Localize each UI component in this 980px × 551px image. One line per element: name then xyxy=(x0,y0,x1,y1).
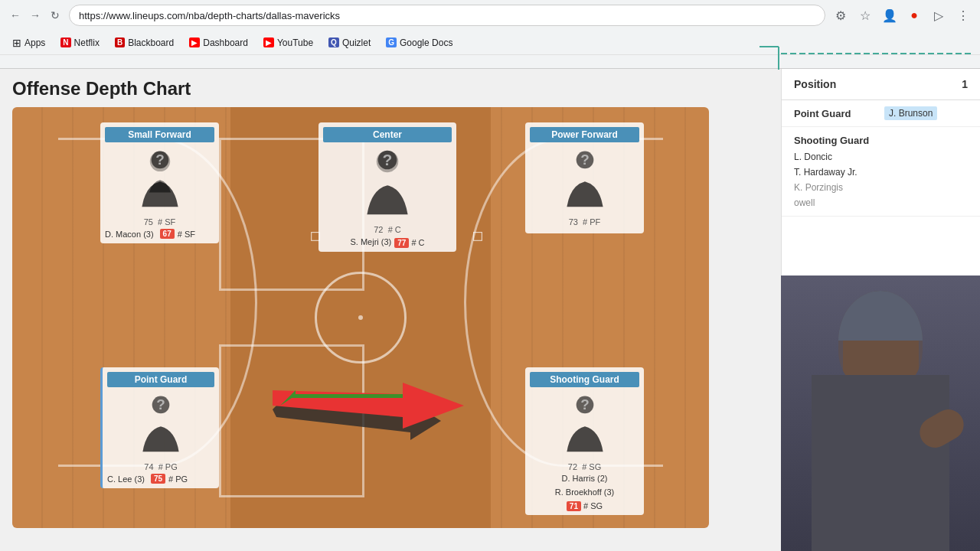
person-photo-area xyxy=(781,276,980,551)
back-button[interactable]: ← xyxy=(6,6,24,24)
menu-button[interactable]: ● xyxy=(903,5,925,26)
c-rank-label: # C xyxy=(411,238,424,247)
youtube-label: YouTube xyxy=(277,37,313,48)
sg-silhouette-svg: ? xyxy=(558,390,612,455)
sg-number-pos: 72 # SG xyxy=(530,462,639,471)
bookmark-button[interactable]: ☆ xyxy=(854,5,876,26)
sf-silhouette: ? xyxy=(129,145,191,214)
sg-player-name1: D. Harris (2) xyxy=(562,474,608,483)
pg-player-info: C. Lee (3) 75 # PG xyxy=(107,474,214,484)
netflix-icon: N xyxy=(60,37,70,47)
sg-position-label: Shooting Guard xyxy=(794,135,869,146)
sg-position-header: Shooting Guard xyxy=(530,372,639,387)
sg-player-porzingis[interactable]: K. Porzingis xyxy=(794,181,968,194)
svg-text:?: ? xyxy=(156,396,165,412)
sg-player-name2: R. Broekhoff (3) xyxy=(555,487,614,497)
apps-icon: ⊞ xyxy=(12,37,21,49)
sf-silhouette-svg: ? xyxy=(133,145,187,210)
person-bg xyxy=(781,276,980,551)
pg-player-name: C. Lee (3) xyxy=(107,474,145,484)
number-column-label: 1 xyxy=(881,78,969,90)
pg-position-header: Point Guard xyxy=(107,372,214,387)
sg-silhouette: ? xyxy=(554,390,616,459)
dashboard-bookmark[interactable]: ▶ Dashboard xyxy=(183,36,254,50)
dashboard-icon: ▶ xyxy=(189,37,200,47)
court-container: Small Forward ? 75 # SF D. Macon (3) 6 xyxy=(12,107,709,528)
small-forward-card: Small Forward ? 75 # SF D. Macon (3) 6 xyxy=(100,122,219,243)
shooting-guard-row: Shooting Guard L. Doncic T. Hardaway Jr.… xyxy=(782,127,980,217)
dashed-line-svg xyxy=(773,46,980,61)
url-text: https://www.lineups.com/nba/depth-charts… xyxy=(79,10,340,21)
more-button[interactable]: ⋮ xyxy=(952,5,974,26)
pg-rank-label: # PG xyxy=(168,474,188,484)
dashboard-label: Dashboard xyxy=(203,37,248,48)
svg-text:?: ? xyxy=(383,151,393,168)
pg-rank-badge: 75 xyxy=(151,474,165,484)
sf-number-pos: 75 # SF xyxy=(105,217,214,227)
netflix-bookmark[interactable]: N Netflix xyxy=(54,36,106,50)
browser-toolbar: ← → ↻ https://www.lineups.com/nba/depth-… xyxy=(0,0,980,31)
depth-chart-area: Offense Depth Chart Small Forward xyxy=(0,69,781,551)
pf-silhouette-svg: ? xyxy=(558,145,612,210)
svg-text:?: ? xyxy=(580,152,590,168)
c-rank-badge: 77 xyxy=(394,238,409,248)
c-number-pos: 72 # C xyxy=(323,225,452,234)
pf-silhouette: ? xyxy=(554,145,616,214)
point-guard-row: Point Guard J. Brunson xyxy=(782,100,980,127)
pf-position-header: Power Forward xyxy=(530,127,639,142)
sg-player-doncic[interactable]: L. Doncic xyxy=(794,150,968,164)
point-guard-card: Point Guard ? 74 # PG C. Lee (3) 75 # PG xyxy=(100,367,219,488)
google-docs-icon: G xyxy=(386,37,397,47)
profile-button[interactable]: 👤 xyxy=(879,5,900,26)
extensions-button[interactable]: ⚙ xyxy=(830,5,851,26)
youtube-icon: ▶ xyxy=(263,37,274,47)
pg-player-brunson[interactable]: J. Brunson xyxy=(884,106,937,120)
center-dot xyxy=(358,315,363,320)
blackboard-bookmark[interactable]: B Blackboard xyxy=(109,36,180,50)
quizlet-bookmark[interactable]: Q Quizlet xyxy=(322,36,377,50)
c-player-name: S. Mejri (3) xyxy=(350,237,391,246)
bottom-paint xyxy=(219,344,364,497)
pg-silhouette-svg: ? xyxy=(134,390,188,455)
quizlet-icon: Q xyxy=(328,37,339,47)
side-panel-header: Position 1 xyxy=(782,69,980,100)
sg-player-info: D. Harris (2) R. Broekhoff (3) 71 # SG xyxy=(530,474,639,510)
dashed-line-decoration xyxy=(773,46,980,61)
sf-player-name: D. Macon (3) xyxy=(105,230,154,239)
google-docs-label: Google Docs xyxy=(400,37,452,48)
blackboard-label: Blackboard xyxy=(128,37,174,48)
quizlet-label: Quizlet xyxy=(342,37,371,48)
refresh-button[interactable]: ↻ xyxy=(46,6,64,24)
c-silhouette-svg: ? xyxy=(357,145,418,218)
sf-rank-label: # SF xyxy=(178,230,195,239)
person-body xyxy=(812,375,949,551)
c-player-info: S. Mejri (3) 77 # C xyxy=(323,236,452,247)
sg-players-list: L. Doncic T. Hardaway Jr. K. Porzingis o… xyxy=(794,150,968,210)
pg-position-label: Point Guard xyxy=(794,108,878,119)
apps-bookmark[interactable]: ⊞ Apps xyxy=(6,35,51,51)
pg-players-list: J. Brunson xyxy=(884,106,937,120)
pg-number-pos: 74 # PG xyxy=(107,462,214,471)
sg-player-powell[interactable]: owell xyxy=(794,196,968,210)
c-position-header: Center xyxy=(323,127,452,142)
page-title: Offense Depth Chart xyxy=(12,78,769,99)
netflix-label: Netflix xyxy=(74,37,100,48)
sg-rank-label: # SG xyxy=(583,501,603,510)
forward-button[interactable]: → xyxy=(26,6,44,24)
cast-button[interactable]: ▷ xyxy=(928,5,949,26)
sf-rank-badge: 67 xyxy=(160,229,175,239)
youtube-bookmark[interactable]: ▶ YouTube xyxy=(257,36,319,50)
shooting-guard-card: Shooting Guard ? 72 # SG D. Harris (2) R… xyxy=(525,367,644,515)
sf-position-header: Small Forward xyxy=(105,127,214,142)
pf-number-pos: 73 # PF xyxy=(530,217,639,227)
sg-player-hardaway[interactable]: T. Hardaway Jr. xyxy=(794,165,968,179)
browser-icons: ⚙ ☆ 👤 ● ▷ ⋮ xyxy=(830,5,974,26)
address-bar[interactable]: https://www.lineups.com/nba/depth-charts… xyxy=(69,5,825,26)
svg-text:?: ? xyxy=(580,396,590,412)
page-content: Offense Depth Chart Small Forward xyxy=(0,69,980,551)
blackboard-icon: B xyxy=(115,37,125,47)
center-card: Center ? 72 # C S. Mejri (3) 77 xyxy=(318,122,456,252)
pg-silhouette: ? xyxy=(130,390,191,459)
google-docs-bookmark[interactable]: G Google Docs xyxy=(380,36,459,50)
person-bonnet xyxy=(838,291,923,341)
